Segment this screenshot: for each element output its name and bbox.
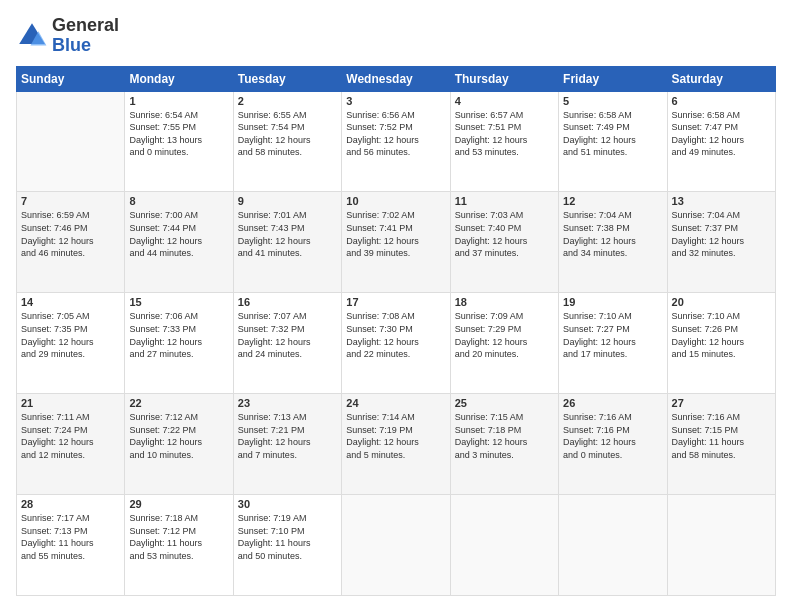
- day-info: Sunrise: 7:08 AM Sunset: 7:30 PM Dayligh…: [346, 310, 445, 360]
- day-number: 11: [455, 195, 554, 207]
- week-row-1: 1Sunrise: 6:54 AM Sunset: 7:55 PM Daylig…: [17, 91, 776, 192]
- col-header-friday: Friday: [559, 66, 667, 91]
- week-row-4: 21Sunrise: 7:11 AM Sunset: 7:24 PM Dayli…: [17, 394, 776, 495]
- day-number: 30: [238, 498, 337, 510]
- day-info: Sunrise: 7:01 AM Sunset: 7:43 PM Dayligh…: [238, 209, 337, 259]
- col-header-monday: Monday: [125, 66, 233, 91]
- day-info: Sunrise: 7:17 AM Sunset: 7:13 PM Dayligh…: [21, 512, 120, 562]
- day-info: Sunrise: 7:05 AM Sunset: 7:35 PM Dayligh…: [21, 310, 120, 360]
- col-header-sunday: Sunday: [17, 66, 125, 91]
- day-info: Sunrise: 7:04 AM Sunset: 7:38 PM Dayligh…: [563, 209, 662, 259]
- calendar-cell: 7Sunrise: 6:59 AM Sunset: 7:46 PM Daylig…: [17, 192, 125, 293]
- day-info: Sunrise: 6:55 AM Sunset: 7:54 PM Dayligh…: [238, 109, 337, 159]
- col-header-tuesday: Tuesday: [233, 66, 341, 91]
- day-info: Sunrise: 7:02 AM Sunset: 7:41 PM Dayligh…: [346, 209, 445, 259]
- day-info: Sunrise: 7:10 AM Sunset: 7:26 PM Dayligh…: [672, 310, 771, 360]
- logo-text: General Blue: [52, 16, 119, 56]
- day-info: Sunrise: 7:16 AM Sunset: 7:15 PM Dayligh…: [672, 411, 771, 461]
- day-number: 10: [346, 195, 445, 207]
- day-info: Sunrise: 7:10 AM Sunset: 7:27 PM Dayligh…: [563, 310, 662, 360]
- day-info: Sunrise: 6:58 AM Sunset: 7:49 PM Dayligh…: [563, 109, 662, 159]
- calendar-cell: 27Sunrise: 7:16 AM Sunset: 7:15 PM Dayli…: [667, 394, 775, 495]
- day-number: 4: [455, 95, 554, 107]
- calendar-cell: 6Sunrise: 6:58 AM Sunset: 7:47 PM Daylig…: [667, 91, 775, 192]
- calendar-cell: 22Sunrise: 7:12 AM Sunset: 7:22 PM Dayli…: [125, 394, 233, 495]
- calendar-cell: 25Sunrise: 7:15 AM Sunset: 7:18 PM Dayli…: [450, 394, 558, 495]
- col-header-wednesday: Wednesday: [342, 66, 450, 91]
- calendar-cell: 16Sunrise: 7:07 AM Sunset: 7:32 PM Dayli…: [233, 293, 341, 394]
- day-number: 24: [346, 397, 445, 409]
- day-info: Sunrise: 6:54 AM Sunset: 7:55 PM Dayligh…: [129, 109, 228, 159]
- calendar-cell: [559, 495, 667, 596]
- header: General Blue: [16, 16, 776, 56]
- calendar-cell: 5Sunrise: 6:58 AM Sunset: 7:49 PM Daylig…: [559, 91, 667, 192]
- day-info: Sunrise: 6:58 AM Sunset: 7:47 PM Dayligh…: [672, 109, 771, 159]
- day-info: Sunrise: 7:13 AM Sunset: 7:21 PM Dayligh…: [238, 411, 337, 461]
- day-info: Sunrise: 7:16 AM Sunset: 7:16 PM Dayligh…: [563, 411, 662, 461]
- day-info: Sunrise: 7:14 AM Sunset: 7:19 PM Dayligh…: [346, 411, 445, 461]
- day-info: Sunrise: 6:59 AM Sunset: 7:46 PM Dayligh…: [21, 209, 120, 259]
- calendar-cell: 24Sunrise: 7:14 AM Sunset: 7:19 PM Dayli…: [342, 394, 450, 495]
- day-number: 26: [563, 397, 662, 409]
- calendar-cell: 18Sunrise: 7:09 AM Sunset: 7:29 PM Dayli…: [450, 293, 558, 394]
- day-info: Sunrise: 7:11 AM Sunset: 7:24 PM Dayligh…: [21, 411, 120, 461]
- calendar-cell: [17, 91, 125, 192]
- day-info: Sunrise: 6:57 AM Sunset: 7:51 PM Dayligh…: [455, 109, 554, 159]
- calendar-header-row: SundayMondayTuesdayWednesdayThursdayFrid…: [17, 66, 776, 91]
- calendar-cell: 12Sunrise: 7:04 AM Sunset: 7:38 PM Dayli…: [559, 192, 667, 293]
- calendar-cell: 3Sunrise: 6:56 AM Sunset: 7:52 PM Daylig…: [342, 91, 450, 192]
- day-info: Sunrise: 7:06 AM Sunset: 7:33 PM Dayligh…: [129, 310, 228, 360]
- day-number: 25: [455, 397, 554, 409]
- day-number: 23: [238, 397, 337, 409]
- day-info: Sunrise: 7:00 AM Sunset: 7:44 PM Dayligh…: [129, 209, 228, 259]
- day-number: 1: [129, 95, 228, 107]
- day-number: 9: [238, 195, 337, 207]
- week-row-5: 28Sunrise: 7:17 AM Sunset: 7:13 PM Dayli…: [17, 495, 776, 596]
- day-number: 6: [672, 95, 771, 107]
- day-number: 15: [129, 296, 228, 308]
- calendar-cell: 8Sunrise: 7:00 AM Sunset: 7:44 PM Daylig…: [125, 192, 233, 293]
- calendar-cell: 23Sunrise: 7:13 AM Sunset: 7:21 PM Dayli…: [233, 394, 341, 495]
- week-row-3: 14Sunrise: 7:05 AM Sunset: 7:35 PM Dayli…: [17, 293, 776, 394]
- calendar-cell: 13Sunrise: 7:04 AM Sunset: 7:37 PM Dayli…: [667, 192, 775, 293]
- logo-icon: [16, 20, 48, 52]
- calendar-cell: [667, 495, 775, 596]
- calendar-cell: 10Sunrise: 7:02 AM Sunset: 7:41 PM Dayli…: [342, 192, 450, 293]
- calendar-table: SundayMondayTuesdayWednesdayThursdayFrid…: [16, 66, 776, 596]
- calendar-cell: 17Sunrise: 7:08 AM Sunset: 7:30 PM Dayli…: [342, 293, 450, 394]
- day-info: Sunrise: 7:18 AM Sunset: 7:12 PM Dayligh…: [129, 512, 228, 562]
- day-number: 16: [238, 296, 337, 308]
- calendar-cell: 11Sunrise: 7:03 AM Sunset: 7:40 PM Dayli…: [450, 192, 558, 293]
- calendar-cell: 9Sunrise: 7:01 AM Sunset: 7:43 PM Daylig…: [233, 192, 341, 293]
- page: General Blue SundayMondayTuesdayWednesda…: [0, 0, 792, 612]
- day-info: Sunrise: 7:03 AM Sunset: 7:40 PM Dayligh…: [455, 209, 554, 259]
- calendar-cell: 30Sunrise: 7:19 AM Sunset: 7:10 PM Dayli…: [233, 495, 341, 596]
- calendar-cell: 14Sunrise: 7:05 AM Sunset: 7:35 PM Dayli…: [17, 293, 125, 394]
- day-number: 13: [672, 195, 771, 207]
- calendar-cell: 29Sunrise: 7:18 AM Sunset: 7:12 PM Dayli…: [125, 495, 233, 596]
- day-number: 8: [129, 195, 228, 207]
- day-number: 19: [563, 296, 662, 308]
- day-number: 12: [563, 195, 662, 207]
- calendar-cell: 4Sunrise: 6:57 AM Sunset: 7:51 PM Daylig…: [450, 91, 558, 192]
- day-info: Sunrise: 6:56 AM Sunset: 7:52 PM Dayligh…: [346, 109, 445, 159]
- calendar-cell: 1Sunrise: 6:54 AM Sunset: 7:55 PM Daylig…: [125, 91, 233, 192]
- day-number: 27: [672, 397, 771, 409]
- day-info: Sunrise: 7:04 AM Sunset: 7:37 PM Dayligh…: [672, 209, 771, 259]
- day-info: Sunrise: 7:15 AM Sunset: 7:18 PM Dayligh…: [455, 411, 554, 461]
- day-number: 3: [346, 95, 445, 107]
- calendar-cell: 2Sunrise: 6:55 AM Sunset: 7:54 PM Daylig…: [233, 91, 341, 192]
- day-number: 22: [129, 397, 228, 409]
- day-number: 2: [238, 95, 337, 107]
- day-number: 14: [21, 296, 120, 308]
- calendar-cell: 20Sunrise: 7:10 AM Sunset: 7:26 PM Dayli…: [667, 293, 775, 394]
- day-number: 29: [129, 498, 228, 510]
- col-header-saturday: Saturday: [667, 66, 775, 91]
- calendar-cell: 15Sunrise: 7:06 AM Sunset: 7:33 PM Dayli…: [125, 293, 233, 394]
- day-info: Sunrise: 7:12 AM Sunset: 7:22 PM Dayligh…: [129, 411, 228, 461]
- day-info: Sunrise: 7:19 AM Sunset: 7:10 PM Dayligh…: [238, 512, 337, 562]
- day-number: 21: [21, 397, 120, 409]
- day-info: Sunrise: 7:07 AM Sunset: 7:32 PM Dayligh…: [238, 310, 337, 360]
- calendar-cell: 21Sunrise: 7:11 AM Sunset: 7:24 PM Dayli…: [17, 394, 125, 495]
- calendar-cell: 19Sunrise: 7:10 AM Sunset: 7:27 PM Dayli…: [559, 293, 667, 394]
